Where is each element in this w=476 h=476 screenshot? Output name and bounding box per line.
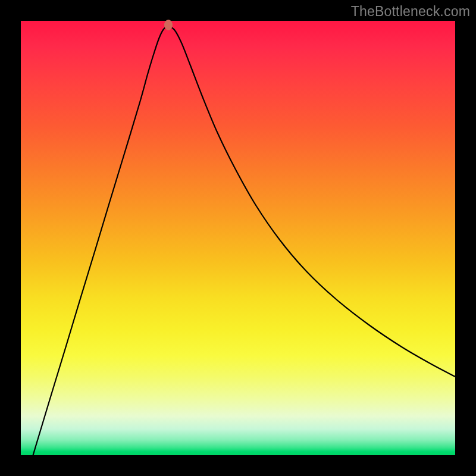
chart-frame: TheBottleneck.com [0,0,476,476]
plot-area [21,21,455,455]
bottleneck-curve [21,27,455,476]
curve-svg [21,21,455,455]
watermark-text: TheBottleneck.com [351,4,470,20]
optimal-point-marker [164,20,173,30]
